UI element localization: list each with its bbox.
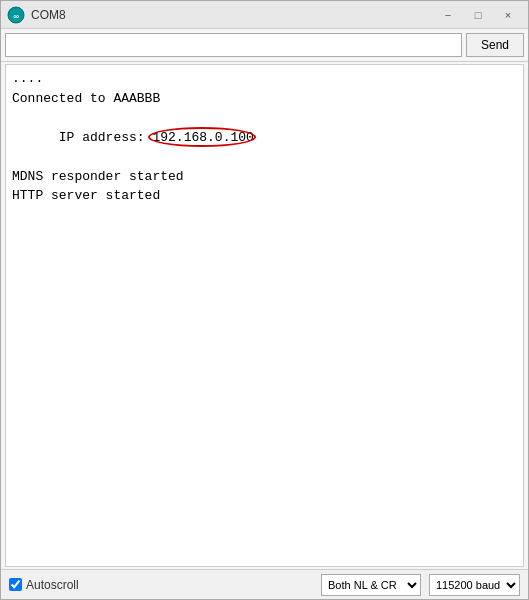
send-button[interactable]: Send: [466, 33, 524, 57]
svg-text:∞: ∞: [13, 12, 19, 21]
serial-output[interactable]: .... Connected to AAABBB IP address: 192…: [5, 64, 524, 567]
title-bar: ∞ COM8 − □ ×: [1, 1, 528, 29]
output-line-1: ....: [12, 69, 517, 89]
autoscroll-text: Autoscroll: [26, 578, 79, 592]
output-line-5: HTTP server started: [12, 186, 517, 206]
ip-label: IP address:: [59, 130, 153, 145]
app-icon: ∞: [7, 6, 25, 24]
autoscroll-checkbox[interactable]: [9, 578, 22, 591]
window-title: COM8: [31, 8, 434, 22]
baud-rate-select[interactable]: 115200 baud 300 baud 1200 baud 2400 baud…: [429, 574, 520, 596]
output-line-2: Connected to AAABBB: [12, 89, 517, 109]
autoscroll-label[interactable]: Autoscroll: [9, 578, 79, 592]
close-button[interactable]: ×: [494, 5, 522, 25]
output-line-3: IP address: 192.168.0.100: [12, 108, 517, 167]
output-line-4: MDNS responder started: [12, 167, 517, 187]
serial-input[interactable]: [5, 33, 462, 57]
maximize-button[interactable]: □: [464, 5, 492, 25]
minimize-button[interactable]: −: [434, 5, 462, 25]
window-controls: − □ ×: [434, 5, 522, 25]
status-bar: Autoscroll Both NL & CR No line ending N…: [1, 569, 528, 599]
line-ending-select[interactable]: Both NL & CR No line ending Newline Carr…: [321, 574, 421, 596]
arduino-serial-monitor: ∞ COM8 − □ × Send .... Connected to AAAB…: [0, 0, 529, 600]
input-bar: Send: [1, 29, 528, 62]
ip-value: 192.168.0.100: [152, 130, 253, 145]
